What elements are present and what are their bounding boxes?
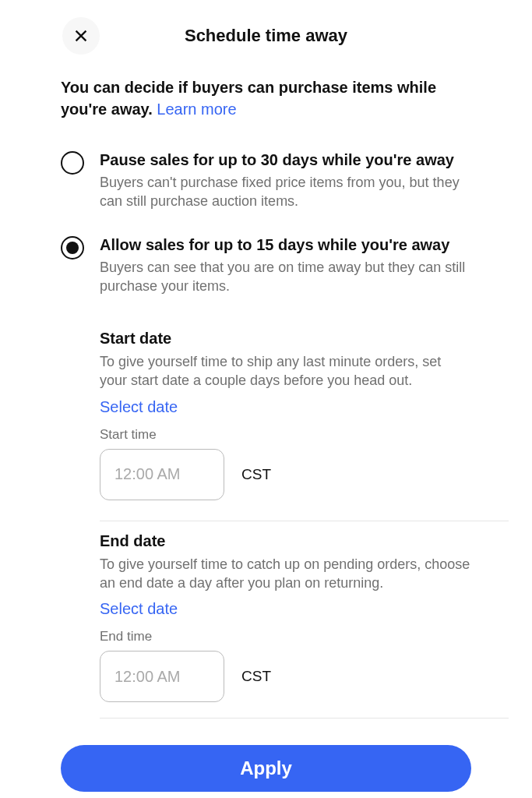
learn-more-link[interactable]: Learn more — [157, 101, 236, 118]
close-button[interactable] — [62, 17, 100, 55]
close-icon — [72, 27, 90, 44]
end-date-description: To give yourself time to catch up on pen… — [100, 555, 471, 593]
option-allow-sales: Allow sales for up to 15 days while you'… — [61, 235, 471, 296]
intro-text: You can decide if buyers can purchase it… — [61, 76, 471, 120]
option-content: Pause sales for up to 30 days while you'… — [100, 150, 471, 211]
radio-allow-sales[interactable] — [61, 236, 84, 260]
modal-header: Schedule time away — [23, 17, 509, 55]
option-content: Allow sales for up to 15 days while you'… — [100, 235, 471, 296]
option-pause-sales: Pause sales for up to 30 days while you'… — [61, 150, 471, 211]
start-time-label: Start time — [100, 427, 471, 443]
end-time-input[interactable] — [100, 651, 224, 702]
select-start-date-link[interactable]: Select date — [100, 398, 178, 416]
apply-button[interactable]: Apply — [61, 745, 471, 792]
start-timezone: CST — [241, 466, 271, 483]
start-date-description: To give yourself time to ship any last m… — [100, 352, 471, 390]
start-time-row: CST — [100, 449, 471, 500]
option-description: Buyers can see that you are on time away… — [100, 258, 471, 296]
start-date-heading: Start date — [100, 330, 471, 348]
option-description: Buyers can't purchase fixed price items … — [100, 173, 471, 211]
schedule-time-away-modal: Schedule time away You can decide if buy… — [0, 0, 532, 798]
end-time-row: CST — [100, 651, 471, 702]
radio-pause-sales[interactable] — [61, 151, 84, 175]
select-end-date-link[interactable]: Select date — [100, 600, 178, 618]
option-title: Pause sales for up to 30 days while you'… — [100, 150, 471, 170]
end-date-heading: End date — [100, 532, 471, 550]
start-time-input[interactable] — [100, 449, 224, 500]
option-title: Allow sales for up to 15 days while you'… — [100, 235, 471, 255]
end-date-section: End date To give yourself time to catch … — [100, 521, 509, 719]
start-date-section: Start date To give yourself time to ship… — [100, 319, 509, 521]
intro-copy: You can decide if buyers can purchase it… — [61, 79, 436, 118]
end-time-label: End time — [100, 629, 471, 644]
end-timezone: CST — [241, 668, 271, 685]
